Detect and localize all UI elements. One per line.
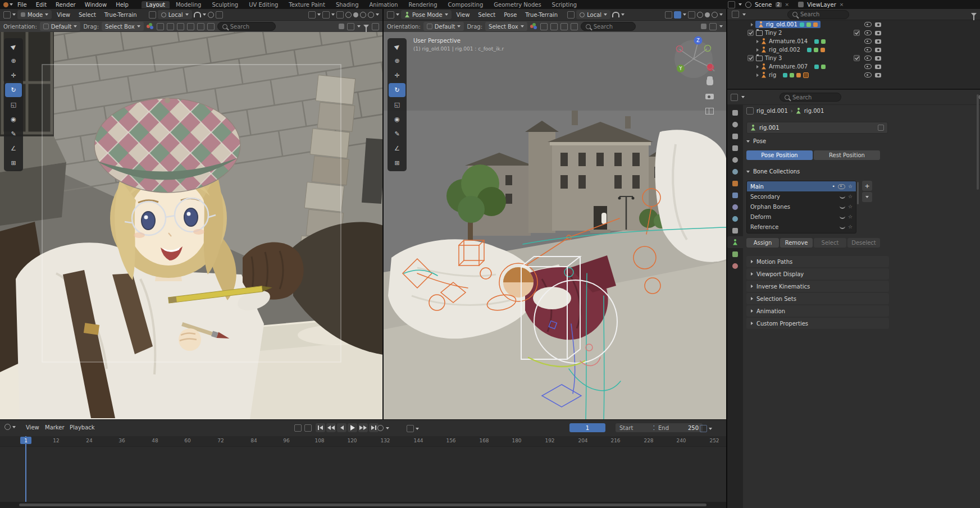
outliner-row-tiny-3[interactable]: Tiny 3 xyxy=(727,54,980,62)
snap-caret[interactable] xyxy=(621,13,625,16)
workspace-tab-compositing[interactable]: Compositing xyxy=(444,1,488,8)
blender-logo-icon[interactable] xyxy=(3,2,8,7)
render-visibility-icon[interactable] xyxy=(875,48,881,52)
properties-scrollbar[interactable] xyxy=(977,94,979,190)
snap-face-icon[interactable] xyxy=(187,23,194,30)
tool-transform-icon[interactable]: ◉ xyxy=(389,112,405,126)
current-frame-field[interactable]: 1 xyxy=(569,423,605,432)
properties-editor-icon[interactable] xyxy=(731,94,738,101)
play-reverse-button[interactable] xyxy=(337,423,347,432)
solo-star-icon[interactable]: ☆ xyxy=(848,214,853,219)
snap-edge-icon[interactable] xyxy=(560,23,568,30)
transform-orientation-dropdown[interactable]: Local xyxy=(158,10,192,19)
show-gizmo-icon[interactable] xyxy=(665,11,672,19)
tab-modifiers[interactable] xyxy=(727,189,743,201)
tab-scene[interactable] xyxy=(727,154,743,166)
bone-collection-row-deform[interactable]: Deform ☆ xyxy=(747,212,856,222)
section-viewport-display[interactable]: Viewport Display xyxy=(746,268,889,280)
hide-eye-icon[interactable] xyxy=(864,22,872,27)
viewlayer-close-icon[interactable]: × xyxy=(840,2,844,7)
workspace-tab-uv-editing[interactable]: UV Editing xyxy=(244,1,282,8)
editor-type-caret[interactable] xyxy=(396,13,399,16)
keying-set-caret[interactable] xyxy=(386,427,389,429)
tab-view-layer[interactable] xyxy=(727,142,743,154)
filter-icon[interactable] xyxy=(363,25,369,28)
zoom-icon[interactable] xyxy=(706,63,713,70)
editor-type-caret[interactable] xyxy=(12,13,16,16)
datablock-name-field[interactable]: rig.001 xyxy=(746,122,888,134)
bone-collection-row-orphan-bones[interactable]: Orphan Bones ☆ xyxy=(747,202,856,212)
timeline-ruler[interactable]: 12 24 36 48 60 72 84 96 108 120 132 144 … xyxy=(0,436,726,447)
outliner-display-mode-icon[interactable] xyxy=(732,11,739,18)
tool-cursor-icon[interactable]: ⊕ xyxy=(389,54,405,68)
editor-type-icon[interactable] xyxy=(3,11,11,19)
shading-caret[interactable] xyxy=(376,13,379,16)
timeline-menu-view[interactable]: View xyxy=(22,424,43,431)
snap-magnet-icon[interactable] xyxy=(612,12,619,17)
menu-true-terrain[interactable]: True-Terrain xyxy=(522,12,561,18)
horizontal-scrollbar[interactable] xyxy=(19,504,706,506)
snap-vertex-icon[interactable] xyxy=(550,23,558,30)
transform-orientation-dropdown[interactable]: Local xyxy=(576,10,610,19)
editor-type-icon[interactable] xyxy=(387,11,394,19)
tool-scale-icon[interactable]: ◱ xyxy=(389,98,405,112)
proportional-edit-icon[interactable] xyxy=(208,12,214,18)
xray-toggle-icon[interactable] xyxy=(688,11,695,19)
section-inverse-kinematics[interactable]: Inverse Kinematics xyxy=(746,281,889,292)
options-icon[interactable] xyxy=(709,23,717,30)
bone-collections-section-header[interactable]: Bone Collections xyxy=(746,168,800,175)
list-scrollbar[interactable] xyxy=(857,182,859,204)
snap-volume-icon[interactable] xyxy=(197,23,204,30)
shading-wireframe-icon[interactable] xyxy=(345,12,352,18)
tab-constraints[interactable] xyxy=(727,225,743,236)
shading-solid-icon[interactable] xyxy=(705,12,710,17)
fake-user-icon[interactable] xyxy=(878,125,884,131)
tool-annotate-icon[interactable]: ✎ xyxy=(5,127,22,141)
playhead-frame-label[interactable]: 1 xyxy=(20,437,31,444)
render-visibility-icon[interactable] xyxy=(875,73,881,77)
gizmo-caret[interactable] xyxy=(317,13,321,16)
visibility-eye-closed-icon[interactable] xyxy=(840,215,845,219)
workspace-tab-animation[interactable]: Animation xyxy=(365,1,403,8)
editor-layout-icon[interactable] xyxy=(728,1,735,8)
outliner-row-armature-014[interactable]: Armature.014 xyxy=(727,37,980,45)
menu-select[interactable]: Select xyxy=(75,12,99,18)
breadcrumb-data[interactable]: rig.001 xyxy=(804,108,824,114)
scene-users-badge[interactable]: 2 xyxy=(776,2,782,7)
viewport-search[interactable]: Search xyxy=(581,22,636,31)
orientation-dropdown[interactable]: Default xyxy=(40,22,81,31)
auto-key-record-icon[interactable] xyxy=(377,425,384,431)
section-motion-paths[interactable]: Motion Paths xyxy=(746,256,889,267)
overlays-caret[interactable] xyxy=(683,13,686,16)
outliner-search[interactable]: Search xyxy=(787,10,849,19)
options-icon[interactable] xyxy=(347,23,354,30)
snap-increment-icon[interactable] xyxy=(540,23,548,30)
play-button[interactable] xyxy=(348,423,357,432)
shading-caret[interactable] xyxy=(719,13,723,16)
shading-material-icon[interactable] xyxy=(712,12,718,18)
expand-icon[interactable] xyxy=(751,23,753,26)
tool-transform-icon[interactable]: ◉ xyxy=(5,112,22,126)
exclude-checkbox[interactable] xyxy=(854,30,860,36)
perspective-toggle-icon[interactable] xyxy=(705,108,714,115)
overlays-caret[interactable] xyxy=(331,13,335,16)
snap-increment-icon[interactable] xyxy=(157,23,164,30)
tab-physics[interactable] xyxy=(727,213,743,225)
bookmark-icon[interactable] xyxy=(701,24,706,29)
orientation-dropdown[interactable]: Default xyxy=(423,22,464,31)
tool-cursor-icon[interactable]: ⊕ xyxy=(5,54,22,68)
bone-collection-row-secondary[interactable]: Secondary ☆ xyxy=(747,191,856,202)
tab-object[interactable] xyxy=(727,177,743,189)
shading-material-icon[interactable] xyxy=(360,12,366,18)
falloff-icon[interactable] xyxy=(147,23,154,30)
scene-unlink-icon[interactable]: × xyxy=(785,2,790,7)
visibility-eye-closed-icon[interactable] xyxy=(840,195,845,199)
tool-rotate-icon[interactable]: ↻ xyxy=(389,83,405,97)
hide-eye-icon[interactable] xyxy=(864,56,872,61)
frame-start-field[interactable]: Start1 xyxy=(616,423,660,432)
solo-star-icon[interactable]: ☆ xyxy=(848,194,853,199)
next-keyframe-button[interactable] xyxy=(358,423,368,432)
options-caret[interactable] xyxy=(357,25,361,28)
snap-edge-icon[interactable] xyxy=(177,23,184,30)
collection-specials-button[interactable] xyxy=(862,192,872,202)
